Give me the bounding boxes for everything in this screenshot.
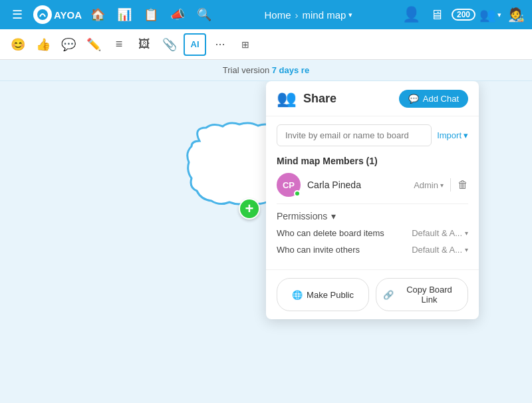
- page-dropdown-arrow[interactable]: ▾: [348, 11, 352, 19]
- monitor-icon[interactable]: 🖥: [426, 4, 448, 25]
- perm-invite-row: Who can invite others Default & A... ▾: [277, 245, 468, 255]
- trial-prefix: Trial version: [223, 65, 269, 75]
- online-count-badge: 200: [452, 9, 475, 21]
- emoji-tool[interactable]: 😊: [7, 33, 29, 56]
- breadcrumb-chevron: ›: [295, 9, 299, 21]
- avatar-dropdown[interactable]: ▾: [497, 11, 501, 19]
- share-panel: 👥 Share 💬 Add Chat Import ▾ Mind map Mem…: [266, 81, 479, 319]
- share-body: Import ▾ Mind map Members (1) CP Carla P…: [266, 116, 479, 269]
- current-page-label: mind map ▾: [303, 9, 353, 21]
- hamburger-menu[interactable]: ☰: [5, 3, 29, 27]
- share-header: 👥 Share 💬 Add Chat: [266, 81, 479, 116]
- layout-tool[interactable]: ⊞: [234, 33, 257, 56]
- member-name: Carla Pineda: [307, 180, 407, 190]
- nav-right: 👤 🖥 200 👥 ▾ 🧑‍🎨: [401, 4, 527, 25]
- share-footer: 🌐 Make Public 🔗 Copy Board Link: [266, 269, 479, 319]
- image-tool[interactable]: 🖼: [133, 33, 156, 56]
- permissions-label: Permissions: [277, 211, 327, 221]
- person-icon[interactable]: 👤: [401, 4, 422, 25]
- trial-days: 7 days re: [272, 65, 309, 75]
- ayoa-logo-icon: [33, 5, 52, 24]
- avatar-group[interactable]: 👥 ▾: [479, 7, 501, 23]
- perm-delete-arrow: ▾: [465, 229, 468, 237]
- perm-delete-value-dropdown[interactable]: Default & A... ▾: [412, 228, 468, 238]
- chat-bubble-icon: 💬: [408, 94, 419, 104]
- home-app-icon[interactable]: 🏠: [86, 3, 110, 27]
- attachment-tool[interactable]: 📎: [158, 33, 181, 56]
- top-nav: ☰ AYOA 🏠 📊 📋 📣 🔍 Home › mind map ▾ 👤 🖥: [0, 0, 532, 29]
- list-app-icon[interactable]: 📋: [139, 3, 163, 27]
- permissions-arrow: ▾: [331, 211, 336, 221]
- home-link[interactable]: Home: [265, 9, 291, 21]
- trial-banner: Trial version 7 days re: [0, 60, 532, 81]
- search-app-icon[interactable]: 🔍: [192, 3, 216, 27]
- list-tool[interactable]: ≡: [108, 33, 130, 56]
- online-indicator: [294, 190, 301, 197]
- invite-row: Import ▾: [277, 124, 468, 146]
- import-button[interactable]: Import ▾: [437, 130, 468, 140]
- member-role-dropdown[interactable]: Admin ▾: [414, 180, 444, 190]
- user-avatar[interactable]: 🧑‍🎨: [505, 4, 527, 25]
- ayoa-logo[interactable]: AYOA: [33, 5, 82, 24]
- perm-invite-label: Who can invite others: [277, 245, 360, 255]
- main-canvas: + 👥 Share 💬 Add Chat Import ▾ Mind map M…: [0, 81, 532, 402]
- make-public-button[interactable]: 🌐 Make Public: [277, 278, 369, 311]
- share-title-group: 👥 Share: [277, 89, 336, 108]
- toolbar: 😊 👍 💬 ✏️ ≡ 🖼 📎 AI ··· ⊞: [0, 29, 532, 60]
- nav-breadcrumb: Home › mind map ▾: [220, 9, 397, 21]
- invite-input[interactable]: [277, 124, 432, 146]
- nav-left: ☰ AYOA: [5, 3, 82, 27]
- perm-delete-label: Who can delete board items: [277, 228, 384, 238]
- share-people-icon: 👥: [277, 89, 297, 108]
- members-title: Mind map Members (1): [277, 156, 468, 166]
- permissions-toggle[interactable]: Permissions ▾: [277, 211, 468, 221]
- hamburger-icon: ☰: [12, 7, 23, 22]
- pen-tool[interactable]: ✏️: [82, 33, 105, 56]
- nav-app-icons: 🏠 📊 📋 📣 🔍: [86, 3, 216, 27]
- add-node-button[interactable]: +: [239, 198, 260, 219]
- copy-board-link-button[interactable]: 🔗 Copy Board Link: [376, 278, 468, 311]
- avatar-group-icon: 👥: [479, 7, 496, 23]
- role-arrow: ▾: [440, 182, 444, 189]
- section-divider: [277, 203, 468, 204]
- delete-member-icon[interactable]: 🗑: [458, 179, 468, 191]
- link-icon: 🔗: [383, 290, 394, 300]
- member-row: CP Carla Pineda Admin ▾ 🗑: [277, 173, 468, 197]
- share-title: Share: [303, 92, 336, 106]
- ai-tool[interactable]: AI: [184, 33, 206, 56]
- ayoa-text: AYOA: [54, 9, 82, 21]
- perm-invite-value-dropdown[interactable]: Default & A... ▾: [412, 245, 468, 255]
- add-chat-button[interactable]: 💬 Add Chat: [399, 90, 468, 108]
- more-tool[interactable]: ···: [209, 33, 231, 56]
- perm-invite-arrow: ▾: [465, 246, 468, 253]
- perm-delete-row: Who can delete board items Default & A..…: [277, 228, 468, 238]
- like-tool[interactable]: 👍: [32, 33, 55, 56]
- member-avatar: CP: [277, 173, 301, 197]
- divider: [450, 178, 451, 192]
- comment-tool[interactable]: 💬: [57, 33, 80, 56]
- megaphone-app-icon[interactable]: 📣: [166, 3, 190, 27]
- chart-app-icon[interactable]: 📊: [112, 3, 136, 27]
- globe-icon: 🌐: [292, 290, 303, 300]
